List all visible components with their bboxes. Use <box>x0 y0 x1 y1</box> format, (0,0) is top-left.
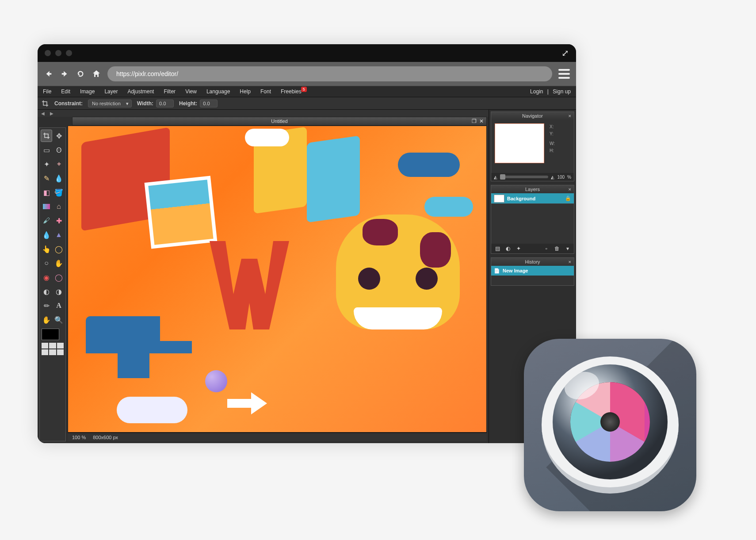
pixlr-app-icon <box>524 339 696 511</box>
navigator-close-icon[interactable]: × <box>569 113 571 119</box>
tool-clone[interactable]: ⌖ <box>53 158 65 170</box>
menu-font[interactable]: Font <box>260 88 271 95</box>
menu-edit[interactable]: Edit <box>61 88 70 95</box>
tool-lasso[interactable]: ʘ <box>53 144 65 156</box>
menu-image[interactable]: Image <box>80 88 95 95</box>
home-icon[interactable] <box>92 69 101 79</box>
tool-move[interactable]: ✥ <box>53 130 65 142</box>
tool-sharpen[interactable]: ▲ <box>53 229 65 241</box>
expand-icon[interactable]: ⤢ <box>561 48 569 58</box>
tab-next-icon[interactable]: ▶ <box>50 111 53 116</box>
canvas-zone: ◀ ▶ Untitled ❐ ✕ ✥ ▭ ʘ ✦ ⌖ ✎ <box>38 110 489 443</box>
tool-colorpick[interactable]: ✏ <box>41 299 52 312</box>
navigator-thumbnail[interactable] <box>495 123 544 163</box>
tool-marquee[interactable]: ▭ <box>41 144 52 156</box>
menu-adjustment[interactable]: Adjustment <box>127 88 154 95</box>
layers-title: Layers <box>525 187 540 192</box>
tab-prev-icon[interactable]: ◀ <box>41 111 45 116</box>
tool-redeye[interactable]: ◉ <box>41 271 52 283</box>
menu-help[interactable]: Help <box>240 88 251 95</box>
width-input[interactable]: 0.0 <box>156 100 174 107</box>
window-maximize-dot[interactable] <box>66 50 72 56</box>
layer-delete-icon[interactable]: 🗑 <box>554 245 561 252</box>
zoom-in-mountain-icon[interactable]: ◭ <box>551 175 554 180</box>
tool-heal[interactable]: ✚ <box>53 214 65 227</box>
tool-sponge[interactable]: ◯ <box>53 243 65 255</box>
layer-settings-icon[interactable]: ▤ <box>494 245 501 252</box>
canvas[interactable] <box>68 126 487 433</box>
tool-text[interactable]: A <box>53 299 65 312</box>
layer-row[interactable]: Background 🔒 <box>491 193 574 204</box>
constraint-select[interactable]: No restriction <box>88 100 132 107</box>
document-restore-icon[interactable]: ❐ <box>472 118 477 124</box>
history-close-icon[interactable]: × <box>569 259 571 264</box>
swatch-presets[interactable] <box>41 342 65 356</box>
layer-thumbnail <box>494 195 504 203</box>
window-controls <box>45 50 72 56</box>
height-input[interactable]: 0.0 <box>200 100 218 107</box>
url-bar[interactable]: https://pixlr.com/editor/ <box>107 66 552 81</box>
reload-icon[interactable] <box>76 69 85 79</box>
tool-pencil[interactable]: ✎ <box>41 172 52 184</box>
forward-icon[interactable] <box>60 69 69 79</box>
crop-icon[interactable] <box>41 100 49 107</box>
tool-stamp[interactable]: ⌂ <box>53 200 65 213</box>
document-title: Untitled <box>271 119 287 124</box>
menu-file[interactable]: File <box>43 88 51 95</box>
layer-mask-icon[interactable]: ◐ <box>504 245 512 252</box>
tool-gradient[interactable] <box>41 200 52 213</box>
auth-separator: | <box>547 88 549 95</box>
history-title: History <box>525 259 540 264</box>
tool-crop[interactable] <box>41 130 52 142</box>
tool-brush[interactable]: 🖌 <box>41 214 52 227</box>
zoom-slider-thumb[interactable] <box>500 174 505 180</box>
tool-blur[interactable]: 💧 <box>41 229 52 241</box>
layer-styles-icon[interactable]: ✦ <box>515 245 522 252</box>
login-link[interactable]: Login <box>530 88 543 95</box>
tool-zoom[interactable]: 🔍 <box>53 314 65 326</box>
constraint-value: No restriction <box>92 101 121 106</box>
menu-view[interactable]: View <box>185 88 197 95</box>
layers-close-icon[interactable]: × <box>569 187 571 192</box>
color-swatches[interactable] <box>41 328 65 342</box>
tool-burn[interactable]: ✋ <box>53 257 65 269</box>
tool-pinch[interactable]: ◑ <box>53 285 65 298</box>
tool-hand[interactable]: ✋ <box>41 314 52 326</box>
history-panel: History × 📄 New Image <box>491 257 574 286</box>
menu-layer[interactable]: Layer <box>104 88 118 95</box>
history-row[interactable]: 📄 New Image <box>491 266 574 276</box>
lock-icon[interactable]: 🔒 <box>565 195 571 201</box>
layers-empty-area[interactable] <box>491 204 574 244</box>
back-icon[interactable] <box>44 69 53 79</box>
tool-smudge[interactable]: 👆 <box>41 243 52 255</box>
menu-freebies-label: Freebies <box>281 88 302 95</box>
layer-new-icon[interactable]: ▫ <box>543 245 550 252</box>
tool-wand[interactable]: ✦ <box>41 158 52 170</box>
tool-spot[interactable]: ◯ <box>53 271 65 283</box>
menu-icon[interactable] <box>558 69 570 79</box>
menu-filter[interactable]: Filter <box>164 88 176 95</box>
zoom-slider-track[interactable] <box>500 176 548 178</box>
window-minimize-dot[interactable] <box>55 50 61 56</box>
tool-eraser[interactable]: ◧ <box>41 186 52 199</box>
signup-link[interactable]: Sign up <box>553 88 571 95</box>
history-empty-area <box>491 276 574 285</box>
tool-eyedropper[interactable]: 💧 <box>53 172 65 184</box>
layer-more-icon[interactable]: ▾ <box>564 245 571 252</box>
url-text: https://pixlr.com/editor/ <box>116 70 178 77</box>
window-close-dot[interactable] <box>45 50 51 56</box>
foreground-color[interactable] <box>42 329 59 340</box>
menu-language[interactable]: Language <box>206 88 230 95</box>
menu-freebies[interactable]: Freebies 5 <box>281 88 302 95</box>
layers-toolbar: ▤ ◐ ✦ ▫ 🗑 ▾ <box>491 244 574 253</box>
document-close-icon[interactable]: ✕ <box>479 118 484 124</box>
navigator-panel: Navigator × X: Y: W: H: ◭ ◭ <box>491 111 574 181</box>
document-tab-strip: ◀ ▶ <box>38 110 489 117</box>
tool-bucket[interactable]: 🪣 <box>53 186 65 199</box>
status-bar: 100 % 800x600 px <box>68 433 487 441</box>
tool-dodge[interactable]: ○ <box>41 257 52 269</box>
zoom-out-mountain-icon[interactable]: ◭ <box>494 175 497 180</box>
document-titlebar[interactable]: Untitled ❐ ✕ <box>72 117 487 126</box>
navigator-title: Navigator <box>522 113 543 119</box>
tool-bloat[interactable]: ◐ <box>41 285 52 298</box>
